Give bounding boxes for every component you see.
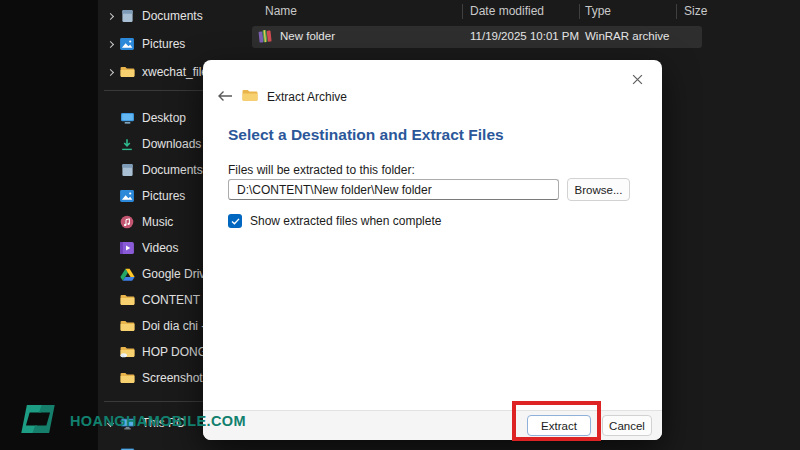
sidebar-item-label: Videos bbox=[142, 241, 178, 255]
sidebar-item-documents[interactable]: Documents bbox=[104, 5, 254, 27]
documents-icon bbox=[119, 9, 135, 23]
dialog-header: Extract Archive bbox=[217, 88, 347, 106]
watermark: HOANGHAMOBILE.COM bbox=[12, 402, 246, 440]
folder-icon bbox=[119, 294, 135, 306]
sidebar-item-label: Desktop bbox=[142, 111, 186, 125]
explorer-window: Name Date modified Type Size New folder … bbox=[0, 0, 800, 450]
column-divider[interactable] bbox=[462, 4, 463, 19]
watermark-text: HOANGHAMOBILE.COM bbox=[70, 413, 246, 429]
hoangha-mobile-logo-icon bbox=[12, 402, 64, 440]
drive-icon bbox=[119, 447, 135, 450]
folder-icon bbox=[119, 320, 135, 332]
destination-path-input[interactable] bbox=[228, 179, 559, 200]
column-header-type[interactable]: Type bbox=[585, 4, 611, 18]
column-divider[interactable] bbox=[579, 4, 580, 19]
checkbox-checked-icon[interactable] bbox=[228, 214, 242, 228]
sidebar-item-label: Downloads bbox=[142, 137, 201, 151]
chevron-right-icon[interactable] bbox=[104, 14, 119, 19]
folder-icon bbox=[119, 372, 135, 384]
checkbox-label: Show extracted files when complete bbox=[250, 214, 441, 228]
close-icon[interactable] bbox=[624, 68, 650, 90]
window-left-strip bbox=[0, 0, 98, 450]
sidebar-item-pictures[interactable]: Pictures bbox=[104, 33, 254, 55]
cancel-button[interactable]: Cancel bbox=[602, 415, 652, 436]
winrar-archive-icon bbox=[258, 29, 274, 43]
sidebar-item-label: Pictures bbox=[142, 37, 185, 51]
destination-label: Files will be extracted to this folder: bbox=[228, 163, 415, 177]
column-header-size[interactable]: Size bbox=[684, 4, 707, 18]
pictures-icon bbox=[119, 38, 135, 50]
file-name: New folder bbox=[280, 30, 335, 42]
pictures-icon bbox=[119, 190, 135, 202]
sidebar-item-label: Pictures bbox=[142, 189, 185, 203]
dialog-title: Extract Archive bbox=[267, 90, 347, 104]
downloads-icon bbox=[119, 138, 135, 151]
music-icon bbox=[119, 215, 135, 229]
documents-icon bbox=[119, 163, 135, 177]
column-divider[interactable] bbox=[676, 4, 677, 19]
desktop-icon bbox=[119, 112, 135, 125]
column-header-date-modified[interactable]: Date modified bbox=[470, 4, 544, 18]
column-header-name[interactable]: Name bbox=[265, 4, 297, 18]
dialog-heading: Select a Destination and Extract Files bbox=[228, 126, 504, 144]
sidebar-item-label: Screenshots bbox=[142, 371, 209, 385]
dialog-footer: Extract Cancel bbox=[203, 410, 662, 440]
sidebar-item-label: CONTENT bbox=[142, 293, 200, 307]
folder-icon bbox=[242, 88, 258, 106]
browse-button[interactable]: Browse... bbox=[567, 178, 630, 201]
file-date-modified: 11/19/2025 10:01 PM bbox=[470, 30, 579, 42]
sidebar-item-label: Documents bbox=[142, 9, 203, 23]
chevron-right-icon[interactable] bbox=[104, 42, 119, 47]
extract-archive-dialog: Extract Archive Select a Destination and… bbox=[203, 60, 662, 440]
file-row-new-folder[interactable]: New folder 11/19/2025 10:01 PM WinRAR ar… bbox=[252, 26, 702, 48]
sidebar-item-label: Music bbox=[142, 215, 173, 229]
sidebar-item-label: Documents bbox=[142, 163, 203, 177]
folder-cloud-icon bbox=[119, 346, 135, 358]
chevron-right-icon[interactable] bbox=[104, 70, 119, 75]
file-type: WinRAR archive bbox=[585, 30, 669, 42]
videos-icon bbox=[119, 242, 135, 254]
sidebar-item-partial[interactable] bbox=[104, 442, 254, 450]
back-arrow-icon[interactable] bbox=[217, 88, 233, 106]
sidebar-item-label: HOP DONG bbox=[142, 345, 207, 359]
google-drive-icon bbox=[119, 268, 135, 281]
extract-button[interactable]: Extract bbox=[527, 415, 591, 436]
folder-icon bbox=[119, 66, 135, 78]
show-files-checkbox-row[interactable]: Show extracted files when complete bbox=[228, 214, 441, 228]
